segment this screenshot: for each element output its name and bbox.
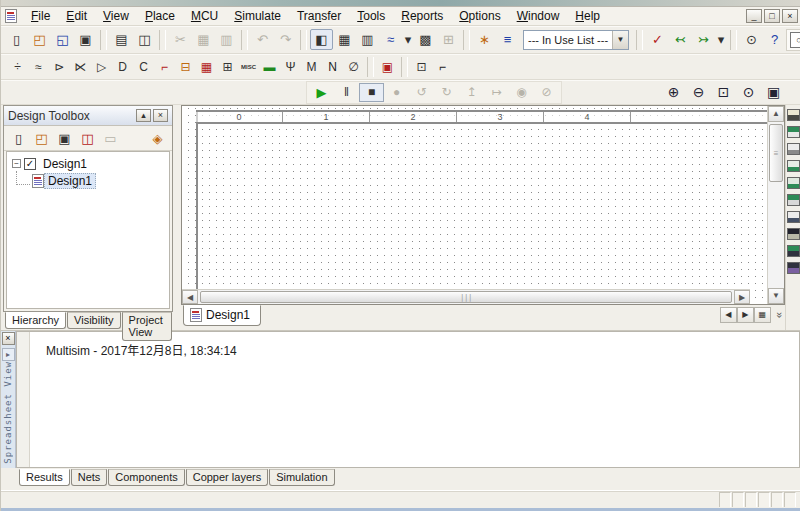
- zoom-area-button[interactable]: ⊡: [711, 83, 736, 102]
- toolbox-open-button[interactable]: ◰: [30, 128, 53, 149]
- pause-simulation-button[interactable]: ‖: [334, 83, 359, 102]
- function-generator-icon[interactable]: [787, 126, 800, 138]
- horizontal-scroll-thumb[interactable]: ∣∣∣: [200, 291, 732, 303]
- toggle-design-toolbox-button[interactable]: ◧: [310, 29, 333, 50]
- place-power-component-button[interactable]: ⊞: [217, 57, 238, 76]
- place-ttl-button[interactable]: D: [112, 57, 133, 76]
- save-button[interactable]: ▣: [74, 29, 97, 50]
- tab-nets[interactable]: Nets: [71, 469, 108, 486]
- menu-mcu[interactable]: MCU: [183, 8, 226, 24]
- menu-file[interactable]: File: [23, 8, 58, 24]
- back-annotate-button[interactable]: ↢: [669, 29, 692, 50]
- place-misc-button[interactable]: MISC: [238, 57, 259, 76]
- tree-child-row[interactable]: Design1: [9, 172, 167, 189]
- tab-copper-layers[interactable]: Copper layers: [186, 469, 268, 486]
- new-component-wizard-button[interactable]: ∗: [473, 29, 496, 50]
- toolbox-close-button[interactable]: ×: [153, 109, 168, 122]
- sheet-tab-next-button[interactable]: ▶: [737, 307, 754, 323]
- toolbox-close-sheet-button[interactable]: ◫: [76, 128, 99, 149]
- place-diode-button[interactable]: ⊳: [49, 57, 70, 76]
- word-generator-icon[interactable]: [787, 228, 800, 240]
- menu-window[interactable]: Window: [509, 8, 568, 24]
- scroll-left-button[interactable]: ◀: [182, 290, 198, 304]
- vertical-scrollbar[interactable]: ▲ ≡ ▼: [767, 106, 784, 304]
- print-button[interactable]: ▤: [110, 29, 133, 50]
- place-advanced-peripherals-button[interactable]: ▬: [259, 57, 280, 76]
- tab-project-view[interactable]: Project View: [122, 312, 172, 341]
- stop-simulation-button[interactable]: ■: [359, 83, 384, 102]
- run-switch-button[interactable]: ○: [790, 32, 800, 48]
- tree-child-label[interactable]: Design1: [44, 173, 96, 189]
- toggle-spreadsheet-view-button[interactable]: ▦: [333, 29, 356, 50]
- erc-check-button[interactable]: ✓: [646, 29, 669, 50]
- place-indicator-button[interactable]: ▦: [196, 57, 217, 76]
- tab-visibility[interactable]: Visibility: [67, 312, 121, 329]
- spice-netlist-viewer-button[interactable]: ▥: [356, 29, 379, 50]
- scroll-down-button[interactable]: ▼: [768, 288, 784, 304]
- help-button[interactable]: ?: [763, 29, 786, 50]
- menu-place[interactable]: Place: [137, 8, 183, 24]
- annotate-dropdown-arrow[interactable]: ▾: [715, 29, 727, 50]
- menu-simulate[interactable]: Simulate: [226, 8, 289, 24]
- vertical-scroll-thumb[interactable]: ≡: [769, 124, 783, 182]
- menu-options[interactable]: Options: [451, 8, 508, 24]
- menu-help[interactable]: Help: [567, 8, 608, 24]
- wattmeter-icon[interactable]: [787, 143, 800, 155]
- logic-analyzer-icon[interactable]: [787, 262, 800, 274]
- zoom-fit-button[interactable]: ⊙: [736, 83, 761, 102]
- database-manager-button[interactable]: ≡: [496, 29, 519, 50]
- menu-tools[interactable]: Tools: [349, 8, 393, 24]
- place-mixed-button[interactable]: ⊟: [175, 57, 196, 76]
- tree-expander-icon[interactable]: −: [12, 159, 21, 168]
- chevron-down-icon[interactable]: ▼: [612, 31, 628, 49]
- print-preview-button[interactable]: ◫: [133, 29, 156, 50]
- place-misc-digital-button[interactable]: ⌐: [154, 57, 175, 76]
- sheet-tab-prev-button[interactable]: ◀: [720, 307, 737, 323]
- forward-annotate-button[interactable]: ↣: [692, 29, 715, 50]
- four-channel-oscilloscope-icon[interactable]: [787, 177, 800, 189]
- breadboard-view-button[interactable]: ▩: [414, 29, 437, 50]
- tab-simulation[interactable]: Simulation: [269, 469, 334, 486]
- grapher-dropdown-arrow[interactable]: ▾: [402, 29, 414, 50]
- zoom-in-button[interactable]: ⊕: [661, 83, 686, 102]
- scroll-right-button[interactable]: ▶: [734, 290, 750, 304]
- tree-checkbox[interactable]: ✓: [24, 158, 36, 170]
- expand-arrow-icon[interactable]: ▸: [2, 348, 15, 361]
- open-sample-button[interactable]: ◱: [51, 29, 74, 50]
- oscilloscope-icon[interactable]: [787, 160, 800, 172]
- place-electromechanical-button[interactable]: M: [301, 57, 322, 76]
- place-analog-button[interactable]: ▷: [91, 57, 112, 76]
- scroll-track[interactable]: [768, 184, 784, 288]
- restore-button[interactable]: □: [764, 9, 780, 23]
- toolbox-layers-button[interactable]: ◈: [146, 128, 169, 149]
- place-bus-button[interactable]: ⌐: [432, 57, 453, 76]
- place-transistor-button[interactable]: ⋉: [70, 57, 91, 76]
- minimize-button[interactable]: _: [746, 9, 762, 23]
- multimeter-icon[interactable]: [787, 109, 800, 121]
- tab-results[interactable]: Results: [19, 469, 70, 486]
- place-cmos-button[interactable]: C: [133, 57, 154, 76]
- menu-edit[interactable]: Edit: [58, 8, 95, 24]
- menu-view[interactable]: View: [95, 8, 137, 24]
- horizontal-scrollbar[interactable]: ◀ ∣∣∣ ▶: [182, 289, 750, 304]
- schematic-canvas[interactable]: 01234 ◀ ∣∣∣ ▶: [182, 106, 767, 304]
- place-basic-button[interactable]: ≈: [28, 57, 49, 76]
- tab-hierarchy[interactable]: Hierarchy: [5, 312, 66, 329]
- run-simulation-button[interactable]: ▶: [309, 83, 334, 102]
- grapher-button[interactable]: ≈: [379, 29, 402, 50]
- in-use-list-dropdown[interactable]: --- In Use List --- ▼: [523, 30, 629, 50]
- place-ni-component-button[interactable]: N: [322, 57, 343, 76]
- scroll-up-button[interactable]: ▲: [768, 106, 784, 122]
- place-connector-button[interactable]: ∅: [343, 57, 364, 76]
- toolbox-pin-button[interactable]: ▴: [136, 109, 151, 122]
- new-button[interactable]: ▯: [5, 29, 28, 50]
- sheet-tab-list-button[interactable]: ▦: [754, 307, 771, 323]
- place-mcu-button[interactable]: ▣: [377, 57, 398, 76]
- toolbox-save-button[interactable]: ▣: [53, 128, 76, 149]
- toolbox-new-button[interactable]: ▯: [7, 128, 30, 149]
- fullscreen-button[interactable]: ▣: [761, 83, 786, 102]
- close-icon[interactable]: ×: [2, 332, 15, 345]
- tab-design1[interactable]: Design1: [183, 305, 261, 326]
- place-rf-button[interactable]: Ψ: [280, 57, 301, 76]
- logic-converter-icon[interactable]: [787, 245, 800, 257]
